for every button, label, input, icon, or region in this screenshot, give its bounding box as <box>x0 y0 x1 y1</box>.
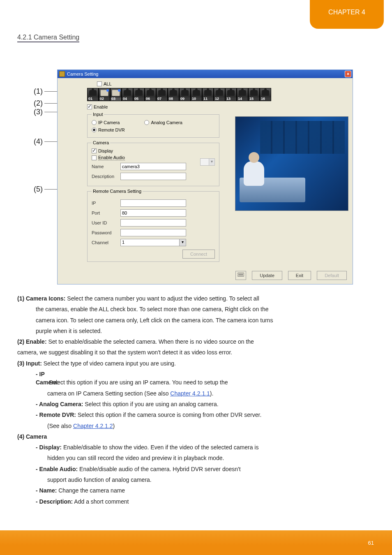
camera-tile-06[interactable]: 06 <box>145 88 156 101</box>
callout-3: (3) <box>34 108 43 116</box>
desc-lead: - Description: <box>36 498 73 505</box>
camera-tile-03[interactable]: 03 <box>110 88 122 101</box>
enable-audio-tail: Enable/disable audio of the camera. Hybr… <box>78 466 240 472</box>
camera-tile-15[interactable]: 15 <box>248 88 260 101</box>
window-titlebar: Camera Setting × <box>58 70 353 78</box>
item-4-lead: (4) Camera <box>17 433 47 440</box>
channel-select[interactable]: 1 ▾ <box>120 239 186 246</box>
keyboard-icon <box>238 272 244 277</box>
all-checkbox-row: ALL <box>97 81 353 86</box>
camera-setting-window: Camera Setting × ALL 01 02 03 04 05 06 0… <box>57 69 353 284</box>
user-id-label: User ID <box>92 220 120 225</box>
update-button[interactable]: Update <box>252 271 282 280</box>
port-label: Port <box>92 210 120 215</box>
password-input[interactable] <box>120 229 186 236</box>
enable-audio-label: Enable Audio <box>98 155 125 160</box>
input-legend: Input <box>92 112 104 117</box>
radio-analog-camera[interactable]: Analog Camera <box>144 120 182 125</box>
camera-tile-07[interactable]: 07 <box>156 88 168 101</box>
radio-remote-dvr[interactable]: Remote DVR <box>92 127 125 132</box>
chevron-down-icon: ▾ <box>209 159 214 165</box>
page-footer <box>0 530 392 555</box>
section-title: 4.2.1 Camera Setting <box>17 34 79 42</box>
enable-checkbox[interactable] <box>87 104 92 109</box>
name-tail: Change the camera name <box>57 487 125 494</box>
camera-tile-01[interactable]: 01 <box>87 88 99 101</box>
analog-camera-tail: Select this option if you are using an a… <box>83 401 218 407</box>
callout-2: (2) <box>34 99 43 108</box>
connect-button[interactable]: Connect <box>182 250 215 259</box>
item-1-text: Select the camera number you want to adj… <box>65 295 259 302</box>
audio-select[interactable]: ▾ <box>200 158 215 166</box>
camera-tile-08[interactable]: 08 <box>168 88 179 101</box>
page-number: 61 <box>368 540 374 546</box>
keyboard-icon-button[interactable] <box>235 271 246 280</box>
remote-dvr-tail-b: (See also <box>47 423 73 429</box>
all-label: ALL <box>104 81 112 86</box>
display-tail: Enable/disable to show the video. Even i… <box>62 444 258 451</box>
name-input[interactable] <box>120 163 186 170</box>
preview-pane <box>235 116 348 211</box>
svg-rect-0 <box>238 273 244 276</box>
camera-tile-02[interactable]: 02 <box>99 88 110 101</box>
link-4-2-1-1[interactable]: Chapter 4.2.1.1 <box>170 390 210 397</box>
display-checkbox[interactable] <box>92 148 97 153</box>
exit-button[interactable]: Exit <box>288 271 311 280</box>
input-group: Input IP Camera Analog Camera Remote DVR <box>87 112 219 138</box>
window-icon <box>59 71 65 77</box>
camera-tile-11[interactable]: 11 <box>202 88 214 101</box>
camera-tile-14[interactable]: 14 <box>237 88 248 101</box>
description-label: Description <box>92 174 120 179</box>
remote-legend: Remote Camera Setting <box>92 189 143 194</box>
remote-dvr-tail-c: ) <box>113 423 115 429</box>
chevron-down-icon: ▾ <box>179 239 186 246</box>
window-footer: Update Exit Default <box>235 271 347 280</box>
camera-tile-04[interactable]: 04 <box>122 88 133 101</box>
camera-tile-09[interactable]: 09 <box>179 88 191 101</box>
close-button[interactable]: × <box>345 71 351 77</box>
display-tail-b: hidden you can still record the video an… <box>17 454 375 462</box>
ip-input[interactable] <box>120 199 186 207</box>
ip-camera-tail-b: camera on IP Camera Setting section (See… <box>47 390 170 397</box>
analog-camera-lead: - Analog Camera: <box>36 401 83 407</box>
port-input[interactable] <box>120 209 186 217</box>
document-body: (1) Camera Icons: Select the camera numb… <box>17 294 375 508</box>
item-3-text: Select the type of video camera input yo… <box>42 360 176 367</box>
camera-tile-12[interactable]: 12 <box>214 88 225 101</box>
enable-audio-tail-b: support audio function of analog camera. <box>17 476 375 484</box>
enable-label: Enable <box>94 104 108 109</box>
password-label: Password <box>92 230 120 235</box>
enable-audio-checkbox[interactable] <box>92 155 97 160</box>
description-input[interactable] <box>120 173 186 180</box>
chapter-tab: CHAPTER 4 <box>310 0 384 29</box>
all-checkbox[interactable] <box>97 81 102 86</box>
ip-camera-lead: - IP Camera: <box>36 370 47 387</box>
remote-dvr-lead: - Remote DVR: <box>36 412 76 418</box>
remote-camera-group: Remote Camera Setting IP Port User ID Pa… <box>87 189 219 262</box>
ip-label: IP <box>92 201 120 206</box>
radio-ip-camera[interactable]: IP Camera <box>92 120 120 125</box>
camera-tile-05[interactable]: 05 <box>133 88 145 101</box>
camera-tile-16[interactable]: 16 <box>260 88 271 101</box>
item-1-text-c: camera icon. To select one camera only, … <box>17 316 375 324</box>
item-2-text-b: camera, we suggest disabling it so that … <box>17 348 375 356</box>
item-1-lead: (1) Camera Icons: <box>17 295 65 302</box>
camera-tile-13[interactable]: 13 <box>225 88 237 101</box>
callout-5: (5) <box>34 185 43 194</box>
item-2-lead: (2) Enable: <box>17 338 47 345</box>
camera-icons-row: 01 02 03 04 05 06 07 08 09 10 11 12 13 1… <box>87 88 353 101</box>
default-button[interactable]: Default <box>317 271 347 280</box>
display-lead: - Display: <box>36 444 62 451</box>
channel-label: Channel <box>92 240 120 245</box>
item-1-text-d: purple when it is selected. <box>17 327 375 335</box>
ip-camera-tail-a: Select this option if you are using an I… <box>47 379 228 386</box>
remote-dvr-tail-a: Select this option if the camera source … <box>76 412 261 418</box>
item-3-lead: (3) Input: <box>17 360 42 367</box>
user-id-input[interactable] <box>120 219 186 227</box>
ip-camera-tail-c: ). <box>210 390 214 397</box>
desc-tail: Add a short comment <box>73 498 129 505</box>
display-label: Display <box>98 148 113 153</box>
camera-legend: Camera <box>92 140 110 145</box>
camera-tile-10[interactable]: 10 <box>191 88 202 101</box>
link-4-2-1-2[interactable]: Chapter 4.2.1.2 <box>73 423 113 429</box>
